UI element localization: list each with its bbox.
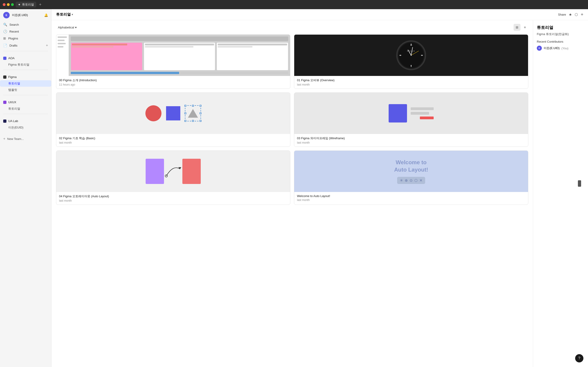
avatar: E [3,12,10,18]
close-dot[interactable] [3,3,6,6]
minimize-dot[interactable] [7,3,10,6]
file-card-2[interactable]: 02 Figma 기초 학습 (Basic) last month [56,92,290,147]
sidebar-divider-2 [3,70,48,70]
sidebar-divider-4 [3,114,48,114]
title-chevron-icon[interactable]: ▾ [72,13,73,16]
view-buttons: ⊞ ≡ [514,24,528,31]
titlebar-dots [3,3,14,6]
file-info-0: 00 Figma 소개 (Introduction) 11 hours ago [56,76,290,89]
contributor-avatar: E [537,46,542,51]
team-figma-header[interactable]: Figma [0,74,51,80]
file-thumb-5: Welcome toAuto Layout! ✳ ⊕ ⊙ ⬡ ✕ [294,151,528,192]
new-team-label: New Team... [7,137,24,141]
contributor-row: E 이든(E.UID) (You) [537,46,584,51]
share-button[interactable]: Share [558,13,566,16]
file-thumb-3 [294,93,528,134]
bell-icon[interactable]: 🔔 [44,13,48,17]
team-aoa-header[interactable]: AOA [0,55,51,61]
sidebar-divider-3 [3,95,48,95]
file-card-1[interactable]: BRAUN 12 3 6 9 [294,34,528,89]
main-title-text: 튜토리얼 [56,12,71,17]
search-icon: 🔍 [3,23,7,26]
file-card-3[interactable]: 03 Figma 와이어프레임 (Wireframe) last month [294,92,528,147]
team-aoa-name: AOA [8,56,15,60]
file-name-2: 02 Figma 기초 학습 (Basic) [59,136,287,140]
file-time-0: 11 hours ago [59,83,287,86]
team-ualab-header[interactable]: UA Lab [0,118,51,124]
team-ualab-name: UA Lab [8,119,18,123]
sidebar-subitem-uiux-tutorial[interactable]: 튜토리얼 [0,106,51,112]
panel-title: 튜토리얼 [537,25,584,30]
file-name-4: 04 Figma 오토레이아웃 (Auto Layout) [59,194,287,198]
active-tab[interactable]: ✦ 튜토리얼 [16,2,36,8]
file-time-4: last month [59,199,287,202]
team-figma-name: Figma [8,75,17,79]
sort-label: Alphabetical [58,26,74,29]
sidebar-team-uiux: UI/UX 튜토리얼 [0,97,51,112]
search-label: Search [9,23,19,26]
right-panel: 튜토리얼 Figma 튜토리얼(한글화) Recent Contributors… [533,20,588,367]
team-ualab-color [3,119,6,123]
team-uiux-color [3,101,6,104]
sidebar-divider-1 [3,51,48,51]
team-uiux-name: UI/UX [8,100,16,104]
file-info-4: 04 Figma 오토레이아웃 (Auto Layout) last month [56,192,290,205]
export-icon[interactable]: ⬡ [575,12,578,17]
sidebar-team-figma: Figma 튜토리얼 템플릿 [0,72,51,93]
team-figma-color [3,75,6,79]
file-info-5: Welcome to Auto Layout! last month [294,192,528,204]
sidebar-team-aoa: AOA Figma 튜토리얼 [0,53,51,68]
sidebar-subitem-template[interactable]: 템플릿 [0,87,51,93]
sidebar-item-plugins[interactable]: ⊞ Plugins [0,35,51,42]
contributor-name: 이든(E.UID) [544,46,560,50]
add-file-icon[interactable]: + [581,12,583,17]
file-card-5[interactable]: Welcome toAuto Layout! ✳ ⊕ ⊙ ⬡ ✕ [294,150,528,205]
sidebar-username: 이든(E.UID) [12,13,42,17]
grid-view-button[interactable]: ⊞ [514,24,520,31]
file-name-1: 01 Figma 오버뷰 (Overview) [297,78,525,82]
team-aoa-color [3,57,6,60]
main-header: 튜토리얼 ▾ Share ★ ⬡ + [52,9,588,20]
recent-icon: 🕐 [3,30,7,33]
file-name-5: Welcome to Auto Layout! [297,194,525,198]
new-team-button[interactable]: + New Team... [0,134,51,143]
sidebar-item-search[interactable]: 🔍 Search [0,21,51,28]
help-button[interactable]: ? [575,354,583,362]
sidebar-team-ualab: UA Lab 이든(EUID) [0,116,51,131]
sidebar-subitem-tutorial[interactable]: 튜토리얼 [0,80,51,87]
file-time-2: last month [59,141,287,144]
file-thumb-1: BRAUN 12 3 6 9 [294,35,528,76]
sidebar-subitem-figma-tuto[interactable]: Figma 튜토리얼 [0,61,51,68]
tab-label: 튜토리얼 [22,2,34,7]
plugins-icon: ⊞ [3,36,6,40]
file-thumb-4 [56,151,290,192]
file-card-4[interactable]: 04 Figma 오토레이아웃 (Auto Layout) last month [56,150,290,205]
file-info-1: 01 Figma 오버뷰 (Overview) last month [294,76,528,89]
recent-label: Recent [9,30,19,33]
plus-icon: + [3,137,5,141]
drafts-label: Drafts [9,44,17,47]
sort-button[interactable]: Alphabetical ▾ [56,25,78,30]
tab-add-button[interactable]: + [39,2,42,7]
main-area: 튜토리얼 ▾ Share ★ ⬡ + Alphabetical ▾ [52,9,588,367]
sidebar-item-drafts[interactable]: 📄 Drafts + [0,42,51,49]
star-icon[interactable]: ★ [569,12,572,17]
sidebar-nav: 🔍 Search 🕐 Recent ⊞ Plugins 📄 Drafts + [0,21,51,49]
contributors-label: Recent Contributors [537,40,584,43]
header-actions: Share ★ ⬡ + [558,12,583,17]
file-card-0[interactable]: 00 Figma 소개 (Introduction) 11 hours ago [56,34,290,89]
file-name-0: 00 Figma 소개 (Introduction) [59,78,287,82]
drafts-icon: 📄 [3,44,7,47]
file-time-1: last month [297,83,525,86]
question-icon: ? [578,356,580,360]
main-content: Alphabetical ▾ ⊞ ≡ [52,20,588,367]
team-uiux-header[interactable]: UI/UX [0,99,51,106]
sidebar-item-recent[interactable]: 🕐 Recent [0,28,51,35]
files-area: Alphabetical ▾ ⊞ ≡ [52,20,533,367]
list-view-button[interactable]: ≡ [521,24,528,31]
maximize-dot[interactable] [11,3,14,6]
file-info-3: 03 Figma 와이어프레임 (Wireframe) last month [294,134,528,147]
panel-subtitle: Figma 튜토리얼(한글화) [537,32,584,36]
drafts-add-icon[interactable]: + [46,43,48,48]
sidebar-subitem-ualab-euid[interactable]: 이든(EUID) [0,124,51,131]
